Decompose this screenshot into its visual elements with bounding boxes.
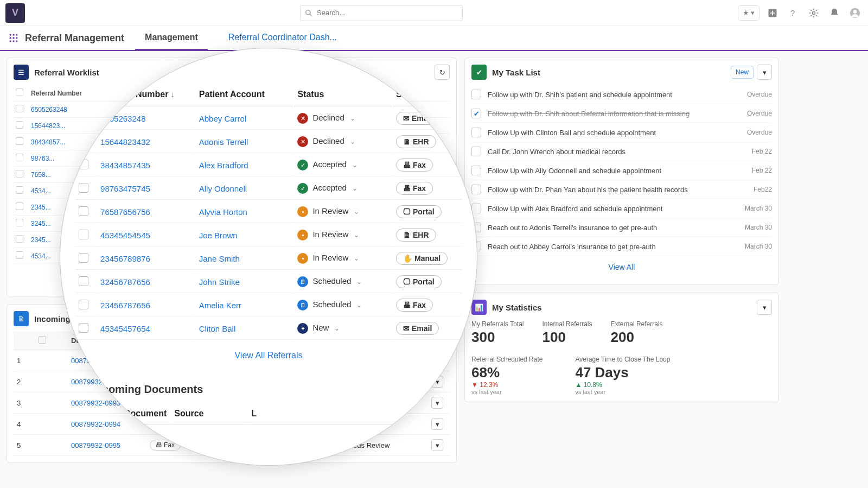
zoom-referral-number[interactable]: 23456787656 — [97, 294, 195, 316]
gear-icon[interactable] — [806, 5, 821, 21]
task-due: Overdue — [747, 129, 772, 136]
zoom-patient-link[interactable]: Adonis Terrell — [196, 131, 293, 153]
task-row[interactable]: Follow up with Dr. Phan Yan about his th… — [471, 180, 772, 199]
row-checkbox[interactable] — [16, 219, 23, 226]
zoom-row-checkbox[interactable] — [79, 183, 88, 193]
avatar[interactable] — [847, 5, 863, 21]
zoom-patient-link[interactable]: Alyvia Horton — [196, 201, 293, 223]
app-launcher-icon[interactable] — [7, 31, 21, 45]
row-checkbox[interactable] — [16, 251, 23, 259]
zoom-row-checkbox[interactable] — [79, 300, 88, 309]
zoom-view-all-referrals[interactable]: View All Referrals — [234, 351, 302, 360]
zoom-referral-number[interactable]: 45345457654 — [97, 318, 195, 340]
task-checkbox[interactable] — [471, 185, 481, 194]
zoom-source-pill: 🗎 EHR — [396, 229, 436, 242]
row-checkbox[interactable] — [16, 105, 23, 112]
status-caret-icon[interactable]: ⌄ — [350, 138, 355, 145]
search-box[interactable] — [300, 5, 463, 21]
status-caret-icon[interactable]: ⌄ — [350, 115, 355, 122]
row-checkbox[interactable] — [16, 202, 23, 210]
status-caret-icon[interactable]: ⌄ — [352, 161, 358, 169]
zoom-row-checkbox[interactable] — [79, 276, 88, 286]
zoom-patient-link[interactable]: John Strike — [196, 271, 293, 293]
zoom-patient-link[interactable]: Alex Bradford — [196, 154, 293, 176]
refresh-button[interactable]: ↻ — [435, 65, 450, 80]
zoom-row-checkbox[interactable] — [79, 206, 88, 216]
zoom-row-checkbox[interactable] — [79, 253, 88, 263]
status-caret-icon[interactable]: ⌄ — [354, 255, 359, 262]
row-checkbox[interactable] — [16, 154, 23, 161]
task-checkbox[interactable]: ✔ — [471, 109, 481, 118]
add-icon[interactable] — [765, 5, 780, 21]
zoom-referral-row[interactable]: 32456787656 John Strike 🗓Scheduled⌄ 🖵 Po… — [75, 271, 462, 293]
status-caret-icon[interactable]: ⌄ — [354, 208, 359, 216]
search-input[interactable] — [317, 9, 458, 17]
row-checkbox[interactable] — [16, 137, 23, 145]
zoom-referral-row[interactable]: 6505263248 Abbey Carrol ✕Declined⌄ ✉ Ema… — [75, 107, 462, 130]
favorites-icon[interactable]: ★ ▾ — [738, 5, 760, 21]
bell-icon[interactable] — [827, 5, 842, 21]
task-checkbox[interactable] — [471, 204, 481, 213]
task-checkbox[interactable] — [471, 147, 481, 156]
task-row[interactable]: Reach out to Adonis Terrell's insurance … — [471, 218, 772, 237]
row-checkbox[interactable] — [16, 235, 23, 243]
row-checkbox[interactable] — [16, 121, 23, 129]
task-row[interactable]: Follow up with Dr. Shih's patient and sc… — [471, 85, 772, 104]
tab-management[interactable]: Management — [135, 26, 208, 50]
zoom-referral-row[interactable]: 23456789876 Jane Smith •In Review⌄ ✋ Man… — [75, 248, 462, 270]
task-row[interactable]: ✔Follow up with Dr. Shih about Referral … — [471, 104, 772, 123]
zoom-patient-link[interactable]: Cliton Ball — [196, 318, 293, 340]
zoom-referral-number[interactable]: 32456787656 — [97, 271, 195, 293]
task-checkbox[interactable] — [471, 166, 481, 175]
zoom-patient-link[interactable]: Abbey Carrol — [196, 107, 293, 130]
zoom-referral-row[interactable]: 45345454545 Joe Brown •In Review⌄ 🗎 EHR — [75, 224, 462, 246]
stats-menu[interactable]: ▾ — [757, 300, 772, 315]
zoom-patient-link[interactable]: Ally Odonnell — [196, 178, 293, 200]
new-task-button[interactable]: New — [731, 66, 754, 79]
stat-close-loop: Average Time to Close The Loop 47 Days ▲… — [575, 356, 670, 395]
zoom-referral-row[interactable]: 98763475745 Ally Odonnell ✓Accepted⌄ 🖶 F… — [75, 178, 462, 200]
task-row[interactable]: Follow Up with Clinton Ball and schedule… — [471, 123, 772, 142]
doc-row-menu[interactable]: ▾ — [431, 397, 443, 409]
zoom-patient-link[interactable]: Jane Smith — [196, 248, 293, 270]
status-caret-icon[interactable]: ⌄ — [352, 185, 358, 192]
zoom-referral-row[interactable]: 38434857435 Alex Bradford ✓Accepted⌄ 🖶 F… — [75, 154, 462, 176]
status-caret-icon[interactable]: ⌄ — [354, 231, 359, 239]
zoom-referral-number[interactable]: 98763475745 — [97, 178, 195, 200]
status-caret-icon[interactable]: ⌄ — [356, 301, 362, 309]
zoom-referral-row[interactable]: 76587656756 Alyvia Horton •In Review⌄ 🖵 … — [75, 201, 462, 223]
task-row[interactable]: Call Dr. John Wrench about medical recor… — [471, 142, 772, 161]
tasks-view-all[interactable]: View All — [609, 263, 635, 271]
task-row[interactable]: Reach out to Abbey Carrol's insurance to… — [471, 237, 772, 256]
zoom-referral-number[interactable]: 38434857435 — [97, 154, 195, 176]
zoom-row-checkbox[interactable] — [79, 323, 88, 333]
stat-total: My Referrals Total300 — [471, 320, 524, 346]
zoom-patient-link[interactable]: Amelia Kerr — [196, 294, 293, 316]
help-icon[interactable]: ? — [786, 5, 801, 21]
status-caret-icon[interactable]: ⌄ — [356, 278, 362, 286]
sort-arrow-icon[interactable]: ↓ — [170, 90, 174, 99]
zoom-row-checkbox[interactable] — [79, 230, 88, 239]
row-checkbox[interactable] — [16, 186, 23, 194]
zoom-referral-row[interactable]: 23456787656 Amelia Kerr 🗓Scheduled⌄ 🖶 Fa… — [75, 294, 462, 316]
zoom-referral-number[interactable]: 76587656756 — [97, 201, 195, 223]
doc-number-link[interactable]: 00879932-0995 — [68, 435, 146, 456]
row-checkbox[interactable] — [16, 170, 23, 178]
zoom-referral-row[interactable]: 15644823432 Adonis Terrell ✕Declined⌄ 🗎 … — [75, 131, 462, 153]
zoom-referral-number[interactable]: 23456789876 — [97, 248, 195, 270]
zoom-patient-link[interactable]: Joe Brown — [196, 224, 293, 246]
zoom-referral-row[interactable]: 45345457654 Cliton Ball ✦New⌄ ✉ Email — [75, 318, 462, 340]
tab-coordinator-dash[interactable]: Referral Coordinator Dash... — [219, 26, 347, 50]
tasklist-menu[interactable]: ▾ — [757, 65, 772, 80]
task-checkbox[interactable] — [471, 128, 481, 137]
task-checkbox[interactable] — [471, 90, 481, 99]
zoom-referral-number[interactable]: 45345454545 — [97, 224, 195, 246]
task-row[interactable]: Follow Up with Ally Odonnell and schedul… — [471, 161, 772, 180]
doc-row-menu[interactable]: ▾ — [431, 439, 443, 451]
status-caret-icon[interactable]: ⌄ — [334, 325, 340, 332]
task-row[interactable]: Follow Up with Alex Bradford and schedul… — [471, 199, 772, 218]
svg-point-9 — [12, 37, 14, 39]
doc-row-menu[interactable]: ▾ — [431, 418, 443, 430]
zoom-referral-number[interactable]: 15644823432 — [97, 131, 195, 153]
zoom-status: •In Review⌄ — [294, 224, 392, 246]
